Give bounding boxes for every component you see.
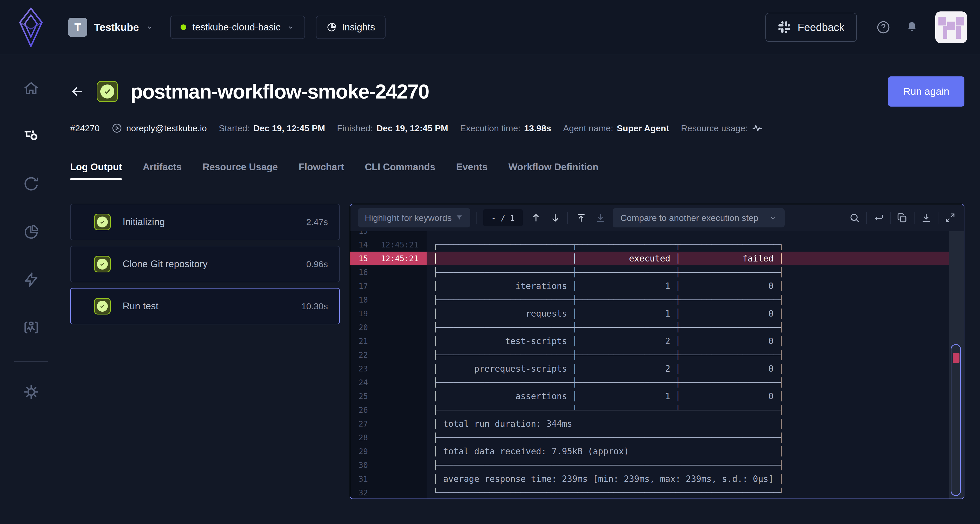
tab-events[interactable]: Events <box>456 162 488 180</box>
log-line-content: ├──────────────────────────┼────────────… <box>426 265 949 279</box>
log-viewer-panel: - / 1 <box>350 204 964 499</box>
steps-list: Initializing 2.47s Clone Git repository … <box>70 204 340 330</box>
log-line: 23 │ prerequest-scripts │ 2 │ 0 │ <box>350 362 949 376</box>
step-card-clone-git-repository[interactable]: Clone Git repository 0.96s <box>70 246 340 282</box>
step-card-initializing[interactable]: Initializing 2.47s <box>70 204 340 240</box>
sidebar-item-runs[interactable] <box>20 173 43 196</box>
org-name: Testkube <box>94 22 139 33</box>
word-wrap-button[interactable] <box>872 212 885 224</box>
play-circle-icon <box>111 123 123 134</box>
log-line-number: 24 <box>350 376 373 389</box>
check-icon <box>99 261 106 268</box>
log-toolbar: - / 1 <box>350 204 964 231</box>
content-area: Initializing 2.47s Clone Git repository … <box>70 204 964 499</box>
highlight-keywords-input[interactable] <box>365 213 455 223</box>
log-line-content: ├───────────────────────────────────────… <box>426 431 949 444</box>
log-line: 28 ├────────────────────────────────────… <box>350 431 949 444</box>
fullscreen-button[interactable] <box>944 212 956 224</box>
feedback-button[interactable]: Feedback <box>765 13 857 42</box>
help-icon[interactable] <box>876 20 891 35</box>
sidebar-item-test-workflows[interactable] <box>20 125 43 148</box>
run-status-badge <box>97 81 118 102</box>
sidebar-item-settings[interactable] <box>20 381 43 403</box>
log-line-number: 27 <box>350 417 373 431</box>
tab-cli-commands[interactable]: CLI Commands <box>365 162 435 180</box>
log-scrollbar-thumb[interactable] <box>951 344 961 496</box>
tab-log-output[interactable]: Log Output <box>70 162 122 180</box>
sidebar <box>0 55 62 524</box>
tab-flowchart[interactable]: Flowchart <box>299 162 344 180</box>
log-line-timestamp <box>373 320 426 334</box>
step-card-run-test[interactable]: Run test 10.30s <box>70 288 340 324</box>
log-line: 21 │ test-scripts │ 2 │ 0 │ <box>350 334 949 348</box>
log-line-timestamp: 12:45:21 <box>373 252 426 265</box>
log-line-timestamp <box>373 265 426 279</box>
chevron-down-icon <box>287 23 294 31</box>
step-status-badge <box>94 298 111 314</box>
log-line-timestamp <box>373 458 426 472</box>
download-button[interactable] <box>920 212 932 224</box>
refresh-icon <box>23 176 40 192</box>
chevron-down-icon <box>769 214 777 222</box>
download-icon <box>921 212 932 223</box>
highlight-keywords-field[interactable] <box>358 208 470 228</box>
step-duration: 0.96s <box>306 259 328 269</box>
log-line-timestamp <box>373 431 426 444</box>
notifications-bell-icon[interactable] <box>905 21 919 34</box>
step-status-badge <box>94 213 111 230</box>
log-line-content: │ │ executed │ failed │ <box>426 252 949 265</box>
log-line-timestamp <box>373 279 426 293</box>
scroll-to-bottom-button[interactable] <box>595 212 606 224</box>
log-line-number: 20 <box>350 320 373 334</box>
copy-button[interactable] <box>896 212 908 224</box>
environment-select[interactable]: testkube-cloud-basic <box>170 16 305 39</box>
log-line: 22 ├──────────────────────────┼─────────… <box>350 348 949 362</box>
compare-step-select[interactable]: Compare to another execution step <box>612 208 784 228</box>
jump-to-top-icon <box>576 212 587 223</box>
feedback-label: Feedback <box>798 21 845 33</box>
log-line-timestamp <box>373 231 426 238</box>
activity-pulse-icon[interactable] <box>751 122 763 134</box>
sidebar-item-triggers[interactable] <box>20 268 43 291</box>
step-duration: 2.47s <box>306 217 328 227</box>
log-line-timestamp <box>373 403 426 417</box>
env-status-dot <box>181 24 186 30</box>
log-line-number: 18 <box>350 293 373 307</box>
run-meta-row: #24270 noreply@testkube.io Started: Dec … <box>70 122 964 134</box>
log-line-content: ├──────────────────────────┼────────────… <box>426 348 949 362</box>
tab-workflow-definition[interactable]: Workflow Definition <box>508 162 598 180</box>
tab-artifacts[interactable]: Artifacts <box>143 162 181 180</box>
scroll-to-top-button[interactable] <box>575 212 587 224</box>
log-line-number: 32 <box>350 486 373 499</box>
testkube-logo-icon[interactable] <box>19 6 43 48</box>
gear-icon <box>23 384 40 400</box>
sidebar-item-insights[interactable] <box>20 220 43 243</box>
run-id: #24270 <box>70 123 100 133</box>
log-line-timestamp <box>373 472 426 486</box>
search-icon <box>849 212 860 223</box>
sidebar-item-home[interactable] <box>20 77 43 100</box>
title-row: postman-workflow-smoke-24270 Run again <box>70 76 964 107</box>
log-line-content: │ iterations │ 1 │ 0 │ <box>426 279 949 293</box>
org-avatar: T <box>68 18 87 37</box>
previous-match-button[interactable] <box>530 212 542 224</box>
user-avatar[interactable] <box>935 11 967 43</box>
log-line-timestamp <box>373 293 426 307</box>
app-window: T Testkube testkube-cloud-basic Insights <box>0 0 980 524</box>
log-scrollbar-track[interactable] <box>949 231 964 499</box>
org-switcher[interactable]: T Testkube <box>68 18 154 37</box>
run-again-button[interactable]: Run again <box>888 76 964 107</box>
back-arrow-icon[interactable] <box>70 84 85 99</box>
finished-at: Finished: Dec 19, 12:45 PM <box>337 123 448 133</box>
search-button[interactable] <box>848 212 861 224</box>
log-line-timestamp <box>373 389 426 403</box>
arrow-down-icon <box>549 212 561 223</box>
log-line-number: 23 <box>350 362 373 376</box>
next-match-button[interactable] <box>549 212 561 224</box>
step-label: Initializing <box>123 217 165 228</box>
tab-resource-usage[interactable]: Resource Usage <box>202 162 278 180</box>
log-line-content: ├──────────────────────────┼────────────… <box>426 320 949 334</box>
sidebar-item-status-pages[interactable] <box>20 316 43 339</box>
insights-button[interactable]: Insights <box>316 16 385 39</box>
jump-to-bottom-icon <box>595 212 606 223</box>
